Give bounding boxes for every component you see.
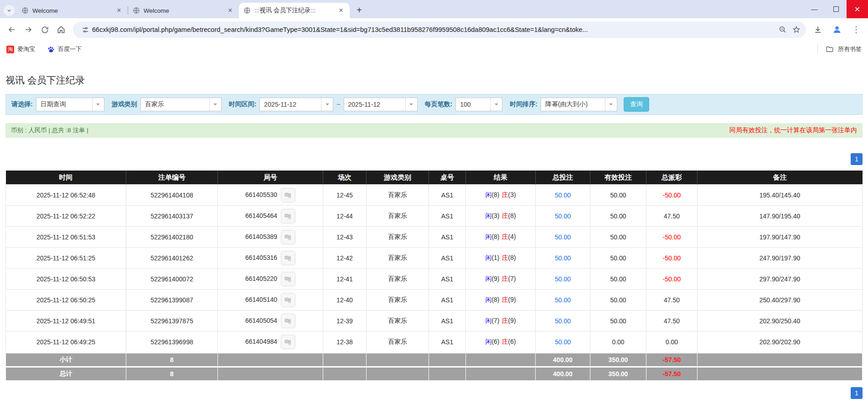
table-row: 2025-11-12 06:52:22 522961403137 6614054… bbox=[6, 206, 863, 227]
subtotal-valid-bet: 350.00 bbox=[590, 353, 646, 367]
tab-welcome-1[interactable]: Welcome × bbox=[17, 3, 128, 18]
total-bet-link[interactable]: 50.00 bbox=[555, 254, 571, 262]
tab-close-icon[interactable]: × bbox=[337, 6, 345, 15]
back-button[interactable] bbox=[4, 21, 20, 38]
video-replay-button[interactable] bbox=[281, 314, 295, 328]
table-row: 2025-11-12 06:52:48 522961404108 6614055… bbox=[6, 185, 863, 206]
result-banker: 庄 bbox=[502, 233, 508, 240]
sort-select[interactable]: 降幂(由大到小) bbox=[541, 98, 617, 111]
dropdown-arrow-icon[interactable] bbox=[92, 98, 104, 111]
taobao-icon: 淘 bbox=[6, 46, 14, 53]
cell-bet-id: 522961399087 bbox=[126, 290, 218, 311]
video-replay-button[interactable] bbox=[281, 293, 295, 307]
tab-close-icon[interactable]: × bbox=[115, 6, 123, 15]
result-banker-score: (7) bbox=[508, 275, 516, 282]
total-bet-link[interactable]: 50.00 bbox=[555, 296, 571, 304]
result-banker: 庄 bbox=[502, 296, 508, 303]
cell-bet-id: 522961396998 bbox=[126, 331, 218, 353]
cell-game-type: 百家乐 bbox=[367, 227, 429, 248]
result-player-score: (8) bbox=[491, 296, 499, 303]
table-row: 2025-11-12 06:51:53 522961402180 6614053… bbox=[6, 227, 863, 248]
video-replay-button[interactable] bbox=[281, 251, 295, 265]
cell-time: 2025-11-12 06:51:53 bbox=[6, 227, 126, 248]
video-replay-button[interactable] bbox=[281, 209, 295, 223]
tab-title: Welcome bbox=[144, 7, 222, 14]
result-banker-score: (8) bbox=[508, 212, 516, 219]
sort-value: 降幂(由大到小) bbox=[541, 98, 605, 111]
cell-payout: 47.50 bbox=[646, 311, 698, 331]
video-replay-button[interactable] bbox=[281, 272, 295, 286]
profile-button[interactable] bbox=[829, 21, 845, 38]
reload-button[interactable] bbox=[36, 21, 53, 38]
search-button[interactable]: 查询 bbox=[624, 97, 649, 112]
url-text[interactable]: 66cxkj98.com/ipl/portal.php/game/betreco… bbox=[92, 26, 776, 33]
dropdown-arrow-icon[interactable] bbox=[490, 98, 502, 111]
total-bet-link[interactable]: 50.00 bbox=[555, 192, 571, 199]
window-controls: — ✕ bbox=[804, 0, 868, 18]
per-page-value: 100 bbox=[456, 98, 490, 111]
total-count: 8 bbox=[126, 367, 218, 381]
downloads-button[interactable] bbox=[810, 21, 826, 38]
dropdown-arrow-icon[interactable] bbox=[405, 98, 417, 111]
video-replay-button[interactable] bbox=[281, 188, 295, 202]
new-tab-button[interactable]: + bbox=[353, 4, 365, 16]
video-camera-icon bbox=[284, 254, 292, 262]
game-type-value: 百家乐 bbox=[141, 98, 209, 111]
home-button[interactable] bbox=[53, 21, 69, 38]
dropdown-arrow-icon[interactable] bbox=[321, 98, 333, 111]
baidu-paw-icon bbox=[47, 46, 55, 53]
all-bookmarks[interactable]: 所有书签 bbox=[817, 45, 862, 54]
cell-time: 2025-11-12 06:52:22 bbox=[6, 206, 126, 227]
cell-result: 闲(1)庄(8) bbox=[466, 248, 536, 269]
dropdown-arrow-icon[interactable] bbox=[605, 98, 617, 111]
game-type-select[interactable]: 百家乐 bbox=[140, 98, 222, 111]
window-close-button[interactable]: ✕ bbox=[847, 0, 868, 18]
cell-bet-id: 522961404108 bbox=[126, 185, 218, 206]
dropdown-arrow-icon[interactable] bbox=[209, 98, 221, 111]
subtotal-total-bet: 400.00 bbox=[536, 353, 590, 367]
cell-session: 12-39 bbox=[323, 311, 367, 331]
forward-button[interactable] bbox=[20, 21, 36, 38]
cell-remark: 202.90/202.90 bbox=[698, 331, 863, 353]
result-player: 闲 bbox=[485, 191, 491, 198]
date-from-select[interactable]: 2025-11-12 bbox=[259, 98, 333, 111]
zoom-out-icon[interactable] bbox=[776, 23, 790, 36]
total-bet-link[interactable]: 50.00 bbox=[555, 317, 571, 325]
window-minimize-button[interactable]: — bbox=[804, 0, 825, 18]
tab-search-button[interactable] bbox=[4, 5, 15, 16]
bookmark-star-icon[interactable] bbox=[790, 23, 803, 36]
date-to-select[interactable]: 2025-11-12 bbox=[344, 98, 418, 111]
total-bet-link[interactable]: 50.00 bbox=[555, 338, 571, 346]
total-payout: -57.50 bbox=[646, 367, 698, 381]
bookmark-baidu[interactable]: 百度一下 bbox=[47, 45, 82, 53]
page-1-button[interactable]: 1 bbox=[851, 387, 863, 399]
menu-button[interactable]: ⋮ bbox=[848, 21, 864, 38]
cell-total-bet: 50.00 bbox=[536, 206, 590, 227]
result-banker: 庄 bbox=[502, 254, 508, 261]
video-replay-button[interactable] bbox=[281, 335, 295, 349]
column-header-payout: 总派彩 bbox=[646, 171, 698, 185]
per-page-select[interactable]: 100 bbox=[455, 98, 502, 111]
bookmark-taobao[interactable]: 淘 爱淘宝 bbox=[6, 45, 35, 53]
tab-close-icon[interactable]: × bbox=[226, 6, 234, 15]
address-bar[interactable]: 66cxkj98.com/ipl/portal.php/game/betreco… bbox=[73, 21, 806, 38]
tab-welcome-2[interactable]: Welcome × bbox=[128, 3, 239, 18]
page-1-button[interactable]: 1 bbox=[851, 153, 863, 165]
query-mode-select[interactable]: 日期查询 bbox=[36, 98, 104, 111]
total-bet-link[interactable]: 50.00 bbox=[555, 275, 571, 283]
cell-result: 闲(8)庄(4) bbox=[466, 227, 536, 248]
cell-result: 闲(9)庄(7) bbox=[466, 269, 536, 290]
query-mode-value: 日期查询 bbox=[36, 98, 92, 111]
browser-window: Welcome × Welcome × :::视讯 会员下注纪录::: × + … bbox=[0, 0, 868, 404]
table-row: 2025-11-12 06:51:25 522961401262 6614053… bbox=[6, 248, 863, 269]
date-from-value: 2025-11-12 bbox=[260, 98, 321, 111]
result-banker: 庄 bbox=[502, 212, 508, 219]
tab-title: Welcome bbox=[32, 7, 111, 14]
tab-betrecord-active[interactable]: :::视讯 会员下注纪录::: × bbox=[239, 3, 350, 18]
site-settings-icon[interactable] bbox=[78, 23, 92, 36]
total-bet-link[interactable]: 50.00 bbox=[555, 212, 571, 220]
video-replay-button[interactable] bbox=[281, 230, 295, 244]
window-maximize-button[interactable] bbox=[825, 0, 847, 18]
total-bet-link[interactable]: 50.00 bbox=[555, 233, 571, 241]
cell-total-bet: 50.00 bbox=[536, 290, 590, 311]
